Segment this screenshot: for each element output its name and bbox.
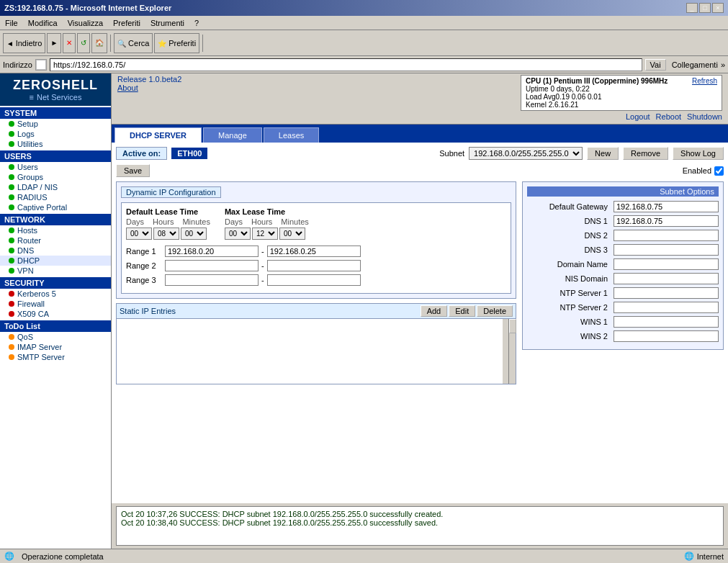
status-bar: 🌐 Operazione completata 🌐 Internet — [0, 549, 728, 563]
sidebar-item-captive-portal[interactable]: Captive Portal — [0, 202, 111, 212]
menu-preferiti[interactable]: Preferiti — [111, 18, 143, 28]
range-1-to[interactable] — [267, 246, 361, 257]
log-line-1: Oct 20 10:37,26 SUCCESS: DHCP subnet 192… — [121, 510, 719, 518]
maximize-button[interactable]: □ — [699, 3, 711, 13]
max-lease-days[interactable]: 00 — [225, 228, 251, 240]
add-button[interactable]: Add — [421, 305, 448, 317]
sidebar-item-router[interactable]: Router — [0, 235, 111, 246]
sidebar-item-users[interactable]: Users — [0, 162, 111, 172]
option-dns1-input[interactable] — [614, 215, 719, 227]
sidebar-item-ldap[interactable]: LDAP / NIS — [0, 182, 111, 192]
menu-strumenti[interactable]: Strumenti — [148, 18, 187, 28]
sidebar-item-dns[interactable]: DNS — [0, 246, 111, 256]
tab-leases[interactable]: Leases — [264, 127, 319, 143]
scrollbar-area — [508, 319, 516, 384]
close-button[interactable]: × — [712, 3, 724, 13]
refresh-link[interactable]: Refresh — [692, 77, 717, 85]
option-ntp1-input[interactable] — [614, 287, 719, 299]
enabled-check: Enabled — [683, 166, 724, 176]
status-icon: 🌐 — [4, 551, 14, 561]
new-button[interactable]: New — [587, 147, 619, 160]
option-row-domain: Domain Name — [527, 258, 719, 270]
cpu-kernel: Kernel 2.6.16.21 — [526, 101, 717, 109]
option-gateway-input[interactable] — [614, 201, 719, 212]
option-row-dns1: DNS 1 — [527, 215, 719, 227]
sidebar-item-hosts[interactable]: Hosts — [0, 225, 111, 235]
refresh-button[interactable]: ↺ — [77, 33, 90, 53]
edit-button[interactable]: Edit — [449, 305, 475, 317]
window-controls: _ □ × — [686, 3, 724, 13]
go-button[interactable]: Vai — [645, 59, 666, 71]
reboot-link[interactable]: Reboot — [656, 112, 681, 121]
toolbar: ◄ Indietro ► ✕ ↺ 🏠 🔍 Cerca ⭐ Preferiti — [0, 30, 728, 56]
menu-file[interactable]: File — [3, 18, 20, 28]
option-dns2-input[interactable] — [614, 230, 719, 241]
home-button[interactable]: 🏠 — [91, 33, 107, 53]
default-lease-hours[interactable]: 08 — [153, 228, 179, 240]
range-row-2: Range 2 - — [126, 260, 506, 271]
minimize-button[interactable]: _ — [686, 3, 698, 13]
show-log-button[interactable]: Show Log — [673, 147, 724, 160]
range-2-from[interactable] — [165, 260, 259, 271]
default-lease-days[interactable]: 00 — [126, 228, 152, 240]
sidebar-item-groups[interactable]: Groups — [0, 172, 111, 182]
delete-button[interactable]: Delete — [477, 305, 513, 317]
sidebar-item-kerberos[interactable]: Kerberos 5 — [0, 289, 111, 299]
address-icon — [35, 59, 47, 71]
sidebar-item-setup[interactable]: Setup — [0, 119, 111, 129]
sidebar-item-smtp[interactable]: SMTP Server — [0, 352, 111, 362]
option-nis-input[interactable] — [614, 273, 719, 284]
range-1-from[interactable] — [165, 246, 259, 257]
sidebar-item-radius[interactable]: RADIUS — [0, 192, 111, 202]
remove-button[interactable]: Remove — [623, 147, 668, 160]
favorites-button[interactable]: ⭐ Preferiti — [154, 33, 199, 53]
sidebar-item-logs[interactable]: Logs — [0, 129, 111, 139]
tab-dhcp-server[interactable]: DHCP SERVER — [114, 127, 202, 143]
main-container: ZEROSHELL ≡ Net Services SYSTEM Setup Lo… — [0, 73, 728, 549]
option-ntp2-label: NTP Server 2 — [527, 303, 611, 312]
sidebar-item-imap[interactable]: IMAP Server — [0, 342, 111, 352]
default-lease-minutes[interactable]: 00 — [181, 228, 207, 240]
range-3-to[interactable] — [267, 274, 361, 286]
max-lease-minutes[interactable]: 00 — [279, 228, 305, 240]
sidebar-section-system: SYSTEM — [0, 107, 111, 119]
lease-time-container: Default Lease Time Days Hours Minutes 00 — [121, 202, 511, 294]
enabled-checkbox[interactable] — [714, 166, 724, 176]
about-link[interactable]: About — [117, 84, 181, 92]
sidebar-item-dhcp[interactable]: DHCP — [0, 256, 111, 266]
option-domain-input[interactable] — [614, 258, 719, 270]
sidebar-item-qos[interactable]: QoS — [0, 332, 111, 342]
sidebar-item-firewall[interactable]: Firewall — [0, 299, 111, 309]
menu-help[interactable]: ? — [192, 18, 201, 28]
save-button[interactable]: Save — [116, 164, 150, 177]
scrollbar-thumb[interactable] — [509, 319, 516, 333]
option-wins1-label: WINS 1 — [527, 317, 611, 326]
sidebar-item-utilities[interactable]: Utilities — [0, 139, 111, 149]
sidebar-item-x509ca[interactable]: X509 CA — [0, 309, 111, 319]
stop-button[interactable]: ✕ — [63, 33, 76, 53]
range-2-label: Range 2 — [126, 261, 162, 270]
max-lease-hours[interactable]: 12 — [252, 228, 278, 240]
option-dns2-label: DNS 2 — [527, 231, 611, 240]
shutdown-link[interactable]: Shutdown — [687, 112, 722, 121]
option-row-ntp2: NTP Server 2 — [527, 302, 719, 313]
forward-button[interactable]: ► — [47, 33, 61, 53]
address-input[interactable] — [50, 58, 642, 71]
option-wins2-input[interactable] — [614, 330, 719, 342]
option-wins1-input[interactable] — [614, 316, 719, 328]
logout-link[interactable]: Logout — [626, 112, 650, 121]
dhcp-tabs: DHCP SERVER Manage Leases — [112, 125, 728, 143]
range-2-to[interactable] — [267, 260, 361, 271]
subnet-select[interactable]: 192.168.0.0/255.255.255.0 — [469, 147, 583, 160]
sidebar-item-vpn[interactable]: VPN — [0, 266, 111, 276]
range-3-from[interactable] — [165, 274, 259, 286]
back-button[interactable]: ◄ Indietro — [3, 33, 45, 53]
menu-visualizza[interactable]: Visualizza — [66, 18, 105, 28]
dynamic-ip-config-box: Dynamic IP Configuration Default Lease T… — [116, 181, 516, 299]
status-message: Operazione completata — [22, 552, 104, 561]
search-button[interactable]: 🔍 Cerca — [114, 33, 153, 53]
option-ntp2-input[interactable] — [614, 302, 719, 313]
tab-manage[interactable]: Manage — [203, 127, 262, 143]
menu-modifica[interactable]: Modifica — [26, 18, 60, 28]
option-dns3-input[interactable] — [614, 244, 719, 256]
